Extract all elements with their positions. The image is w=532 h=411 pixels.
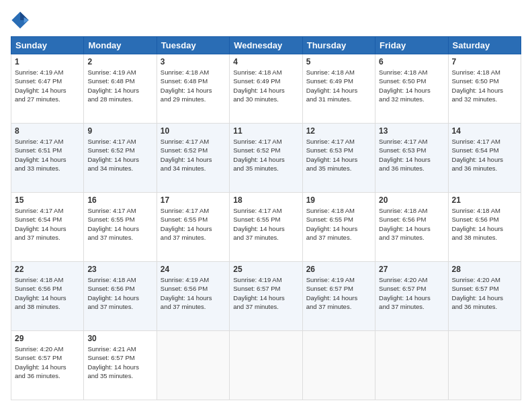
day-number: 1 <box>15 57 80 66</box>
calendar-cell: 9Sunrise: 4:17 AM Sunset: 6:52 PM Daylig… <box>84 124 157 193</box>
day-info: Sunrise: 4:17 AM Sunset: 6:52 PM Dayligh… <box>87 137 152 173</box>
day-info: Sunrise: 4:18 AM Sunset: 6:48 PM Dayligh… <box>161 68 226 103</box>
calendar-cell: 11Sunrise: 4:17 AM Sunset: 6:52 PM Dayli… <box>230 124 302 193</box>
calendar-cell: 22Sunrise: 4:18 AM Sunset: 6:56 PM Dayli… <box>11 262 84 331</box>
calendar-cell: 25Sunrise: 4:19 AM Sunset: 6:57 PM Dayli… <box>230 262 302 331</box>
calendar-cell: 5Sunrise: 4:18 AM Sunset: 6:49 PM Daylig… <box>302 54 375 124</box>
header <box>11 11 521 30</box>
day-number: 5 <box>306 57 371 66</box>
day-number: 30 <box>87 334 152 343</box>
day-info: Sunrise: 4:18 AM Sunset: 6:50 PM Dayligh… <box>452 68 517 103</box>
weekday-header-sunday: Sunday <box>11 37 84 54</box>
day-number: 21 <box>452 195 517 205</box>
calendar-cell: 7Sunrise: 4:18 AM Sunset: 6:50 PM Daylig… <box>448 54 521 124</box>
day-number: 19 <box>306 195 371 205</box>
calendar-week-3: 15Sunrise: 4:17 AM Sunset: 6:54 PM Dayli… <box>11 193 521 262</box>
day-info: Sunrise: 4:20 AM Sunset: 6:57 PM Dayligh… <box>379 275 444 311</box>
calendar-cell: 28Sunrise: 4:20 AM Sunset: 6:57 PM Dayli… <box>448 262 521 331</box>
calendar-cell <box>302 331 375 400</box>
day-number: 3 <box>161 57 226 66</box>
weekday-header-tuesday: Tuesday <box>157 37 229 54</box>
calendar-week-1: 1Sunrise: 4:19 AM Sunset: 6:47 PM Daylig… <box>11 54 521 124</box>
day-info: Sunrise: 4:19 AM Sunset: 6:57 PM Dayligh… <box>306 275 371 311</box>
day-number: 17 <box>161 195 226 205</box>
calendar-cell: 16Sunrise: 4:17 AM Sunset: 6:55 PM Dayli… <box>84 193 157 262</box>
day-info: Sunrise: 4:20 AM Sunset: 6:57 PM Dayligh… <box>15 345 80 380</box>
day-number: 23 <box>87 265 152 274</box>
day-info: Sunrise: 4:17 AM Sunset: 6:52 PM Dayligh… <box>233 137 298 173</box>
day-info: Sunrise: 4:17 AM Sunset: 6:53 PM Dayligh… <box>379 137 444 173</box>
day-info: Sunrise: 4:18 AM Sunset: 6:49 PM Dayligh… <box>306 68 371 103</box>
day-info: Sunrise: 4:20 AM Sunset: 6:57 PM Dayligh… <box>452 275 517 311</box>
day-number: 6 <box>379 57 444 66</box>
calendar-cell: 30Sunrise: 4:21 AM Sunset: 6:57 PM Dayli… <box>84 331 157 400</box>
logo-icon <box>11 11 30 30</box>
calendar-cell: 8Sunrise: 4:17 AM Sunset: 6:51 PM Daylig… <box>11 124 84 193</box>
day-info: Sunrise: 4:18 AM Sunset: 6:56 PM Dayligh… <box>15 275 80 311</box>
weekday-header-thursday: Thursday <box>302 37 375 54</box>
day-number: 9 <box>87 126 152 136</box>
weekday-header-row: SundayMondayTuesdayWednesdayThursdayFrid… <box>11 37 521 54</box>
calendar-cell: 10Sunrise: 4:17 AM Sunset: 6:52 PM Dayli… <box>157 124 229 193</box>
logo <box>11 11 32 30</box>
calendar-cell <box>157 331 229 400</box>
day-info: Sunrise: 4:17 AM Sunset: 6:51 PM Dayligh… <box>15 137 80 173</box>
calendar-cell <box>448 331 521 400</box>
weekday-header-wednesday: Wednesday <box>230 37 302 54</box>
day-info: Sunrise: 4:18 AM Sunset: 6:49 PM Dayligh… <box>233 68 298 103</box>
calendar-week-4: 22Sunrise: 4:18 AM Sunset: 6:56 PM Dayli… <box>11 262 521 331</box>
day-info: Sunrise: 4:19 AM Sunset: 6:57 PM Dayligh… <box>233 275 298 311</box>
day-info: Sunrise: 4:17 AM Sunset: 6:55 PM Dayligh… <box>161 206 226 242</box>
calendar-cell: 21Sunrise: 4:18 AM Sunset: 6:56 PM Dayli… <box>448 193 521 262</box>
day-number: 22 <box>15 265 80 274</box>
day-number: 26 <box>306 265 371 274</box>
day-number: 28 <box>452 265 517 274</box>
calendar-week-5: 29Sunrise: 4:20 AM Sunset: 6:57 PM Dayli… <box>11 331 521 400</box>
calendar-cell: 4Sunrise: 4:18 AM Sunset: 6:49 PM Daylig… <box>230 54 302 124</box>
day-info: Sunrise: 4:17 AM Sunset: 6:54 PM Dayligh… <box>452 137 517 173</box>
calendar-week-2: 8Sunrise: 4:17 AM Sunset: 6:51 PM Daylig… <box>11 124 521 193</box>
day-number: 4 <box>233 57 298 66</box>
calendar-cell: 24Sunrise: 4:19 AM Sunset: 6:56 PM Dayli… <box>157 262 229 331</box>
calendar-cell: 18Sunrise: 4:17 AM Sunset: 6:55 PM Dayli… <box>230 193 302 262</box>
day-number: 20 <box>379 195 444 205</box>
day-info: Sunrise: 4:18 AM Sunset: 6:56 PM Dayligh… <box>452 206 517 242</box>
calendar-cell: 1Sunrise: 4:19 AM Sunset: 6:47 PM Daylig… <box>11 54 84 124</box>
weekday-header-monday: Monday <box>84 37 157 54</box>
calendar-cell: 27Sunrise: 4:20 AM Sunset: 6:57 PM Dayli… <box>375 262 448 331</box>
calendar-cell: 29Sunrise: 4:20 AM Sunset: 6:57 PM Dayli… <box>11 331 84 400</box>
day-info: Sunrise: 4:18 AM Sunset: 6:56 PM Dayligh… <box>379 206 444 242</box>
day-number: 8 <box>15 126 80 136</box>
calendar-cell: 20Sunrise: 4:18 AM Sunset: 6:56 PM Dayli… <box>375 193 448 262</box>
calendar-cell: 15Sunrise: 4:17 AM Sunset: 6:54 PM Dayli… <box>11 193 84 262</box>
day-info: Sunrise: 4:19 AM Sunset: 6:56 PM Dayligh… <box>161 275 226 311</box>
weekday-header-saturday: Saturday <box>448 37 521 54</box>
calendar-table: SundayMondayTuesdayWednesdayThursdayFrid… <box>11 36 521 400</box>
day-number: 7 <box>452 57 517 66</box>
day-number: 18 <box>233 195 298 205</box>
calendar-cell: 26Sunrise: 4:19 AM Sunset: 6:57 PM Dayli… <box>302 262 375 331</box>
day-info: Sunrise: 4:17 AM Sunset: 6:54 PM Dayligh… <box>15 206 80 242</box>
day-number: 15 <box>15 195 80 205</box>
day-number: 13 <box>379 126 444 136</box>
calendar-cell: 12Sunrise: 4:17 AM Sunset: 6:53 PM Dayli… <box>302 124 375 193</box>
calendar-cell: 17Sunrise: 4:17 AM Sunset: 6:55 PM Dayli… <box>157 193 229 262</box>
calendar-cell: 6Sunrise: 4:18 AM Sunset: 6:50 PM Daylig… <box>375 54 448 124</box>
calendar-cell: 23Sunrise: 4:18 AM Sunset: 6:56 PM Dayli… <box>84 262 157 331</box>
day-info: Sunrise: 4:17 AM Sunset: 6:52 PM Dayligh… <box>161 137 226 173</box>
day-info: Sunrise: 4:19 AM Sunset: 6:47 PM Dayligh… <box>15 68 80 103</box>
day-info: Sunrise: 4:21 AM Sunset: 6:57 PM Dayligh… <box>87 345 152 380</box>
day-number: 24 <box>161 265 226 274</box>
day-info: Sunrise: 4:17 AM Sunset: 6:55 PM Dayligh… <box>233 206 298 242</box>
calendar-cell: 13Sunrise: 4:17 AM Sunset: 6:53 PM Dayli… <box>375 124 448 193</box>
day-number: 29 <box>15 334 80 343</box>
day-info: Sunrise: 4:18 AM Sunset: 6:56 PM Dayligh… <box>87 275 152 311</box>
day-info: Sunrise: 4:18 AM Sunset: 6:50 PM Dayligh… <box>379 68 444 103</box>
day-number: 10 <box>161 126 226 136</box>
calendar-cell: 3Sunrise: 4:18 AM Sunset: 6:48 PM Daylig… <box>157 54 229 124</box>
day-number: 25 <box>233 265 298 274</box>
day-info: Sunrise: 4:17 AM Sunset: 6:53 PM Dayligh… <box>306 137 371 173</box>
day-info: Sunrise: 4:18 AM Sunset: 6:55 PM Dayligh… <box>306 206 371 242</box>
day-number: 16 <box>87 195 152 205</box>
day-number: 14 <box>452 126 517 136</box>
